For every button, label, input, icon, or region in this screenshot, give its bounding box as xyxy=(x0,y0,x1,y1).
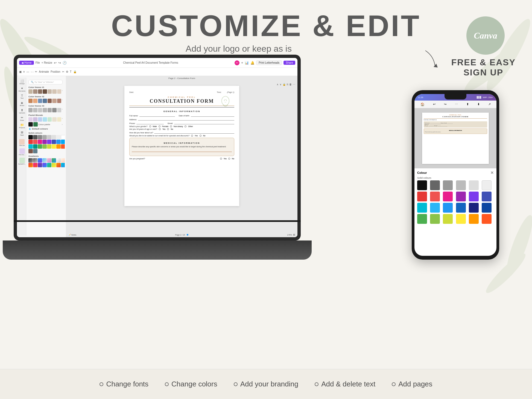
phone-swatch[interactable] xyxy=(443,192,453,201)
swatch[interactable] xyxy=(43,117,47,122)
phone-share-icon[interactable]: ↗ xyxy=(488,102,491,106)
sidebar-item-elements[interactable]: ✦ Elements xyxy=(19,87,25,92)
dash2-icon[interactable]: - - xyxy=(31,70,33,73)
swatch[interactable] xyxy=(28,117,33,122)
swatch[interactable] xyxy=(33,144,37,149)
swatch[interactable] xyxy=(42,135,47,139)
phone-swatch[interactable] xyxy=(482,214,492,224)
swatch[interactable] xyxy=(33,149,37,153)
user-avatar-badge[interactable]: ZC xyxy=(235,60,239,65)
swatch[interactable] xyxy=(43,99,47,103)
swatch[interactable] xyxy=(61,140,65,144)
swatch[interactable] xyxy=(47,144,51,149)
color-theme-expand-icon[interactable]: › xyxy=(62,89,63,94)
position-button[interactable]: Position xyxy=(51,70,60,73)
sidebar-item-design[interactable]: ⬜ Design xyxy=(19,79,25,84)
nonbinary-radio[interactable] xyxy=(170,125,172,127)
phone-swatch[interactable] xyxy=(430,203,440,213)
swatch[interactable] xyxy=(48,117,52,122)
email-yes-radio[interactable] xyxy=(191,135,193,137)
gradient-swatch[interactable] xyxy=(28,158,33,163)
crop-icon[interactable]: ✂ xyxy=(62,70,64,73)
dash-icon[interactable]: — xyxy=(27,70,29,73)
swatch[interactable] xyxy=(38,135,42,139)
swatch[interactable] xyxy=(52,117,56,122)
swatch[interactable] xyxy=(48,99,52,103)
swatch[interactable] xyxy=(52,99,56,103)
share-button[interactable]: Share xyxy=(283,61,295,65)
phone-panel-close-button[interactable]: ✕ xyxy=(490,171,494,175)
swatch[interactable] xyxy=(61,135,65,139)
phone-swatch[interactable] xyxy=(456,214,466,224)
sidebar-item-eyelash[interactable]: Eyelash E... xyxy=(18,158,26,165)
swatch[interactable] xyxy=(52,89,56,94)
gradient-swatch[interactable] xyxy=(47,163,51,167)
swatch[interactable] xyxy=(57,108,61,112)
phone-swatch[interactable] xyxy=(456,203,466,213)
sidebar-item-draw[interactable]: ✏ Draw xyxy=(20,116,24,121)
sidebar-item-text[interactable]: T Text xyxy=(21,94,24,99)
other-radio[interactable] xyxy=(185,125,186,127)
color-search-bar[interactable]: 🔍 Try "blue" or "#00c4cc" xyxy=(28,80,63,84)
swatch[interactable] xyxy=(33,122,38,127)
sidebar-item-fine-draw[interactable]: Fine Dra... xyxy=(19,148,25,156)
swatch[interactable] xyxy=(33,117,37,122)
chart-icon[interactable]: 📊 xyxy=(245,61,249,65)
swatch[interactable] xyxy=(28,99,33,103)
phone-swatch[interactable] xyxy=(469,203,479,213)
swatch[interactable] xyxy=(57,99,61,103)
sidebar-item-apps[interactable]: ⊞ Apps xyxy=(20,131,24,136)
swatch[interactable] xyxy=(47,135,51,139)
swatch[interactable] xyxy=(33,135,37,139)
gradient-swatch[interactable] xyxy=(61,158,65,163)
zoom-icon[interactable]: ⊞ xyxy=(293,233,295,236)
gradient-swatch[interactable] xyxy=(42,163,47,167)
gradient-swatch[interactable] xyxy=(42,158,47,163)
phone-swatch[interactable] xyxy=(482,192,492,201)
colour-palette-expand-icon[interactable]: › xyxy=(62,123,63,126)
more-icon[interactable]: ⋯ xyxy=(293,83,295,86)
gradient-swatch[interactable] xyxy=(28,163,33,167)
phone-download-icon[interactable]: ⬇ xyxy=(477,102,480,106)
phone-swatch[interactable] xyxy=(417,180,427,190)
phone-swatch[interactable] xyxy=(482,180,492,190)
swatch[interactable] xyxy=(33,108,37,112)
phone-swatch[interactable] xyxy=(443,214,453,224)
canva-resize-button[interactable]: + Resize xyxy=(42,61,52,64)
copy-icon[interactable]: ⎘ xyxy=(287,83,288,86)
swatch[interactable] xyxy=(56,135,61,139)
pregnant-no-radio[interactable] xyxy=(228,158,230,160)
color-theme-3-expand-icon[interactable]: › xyxy=(62,108,63,112)
phone-home-icon[interactable]: 🏠 xyxy=(420,102,425,106)
gradient-swatch[interactable] xyxy=(33,163,37,167)
redo-icon[interactable]: ↪ xyxy=(58,61,61,65)
gradient-swatch[interactable] xyxy=(38,163,42,167)
pregnant-yes-radio[interactable] xyxy=(220,158,222,160)
phone-swatch[interactable] xyxy=(443,180,453,190)
swatch[interactable] xyxy=(43,108,47,112)
phone-swatch[interactable] xyxy=(417,214,427,224)
swatch[interactable] xyxy=(38,144,42,149)
color-theme-2-expand-icon[interactable]: › xyxy=(62,99,63,103)
swatch[interactable] xyxy=(52,135,56,139)
swatch[interactable] xyxy=(38,99,42,103)
swatch[interactable] xyxy=(47,140,51,144)
trash-icon[interactable]: 🗑 xyxy=(289,83,292,86)
phone-undo-icon[interactable]: ↩ xyxy=(433,102,435,106)
gradient-swatch[interactable] xyxy=(38,158,42,163)
phone-swatch[interactable] xyxy=(482,203,492,213)
filter-icon[interactable]: ⚙ xyxy=(66,70,68,73)
pastel-expand-icon[interactable]: › xyxy=(62,117,63,122)
gradient-swatch[interactable] xyxy=(33,158,37,163)
swatch[interactable] xyxy=(42,144,47,149)
phone-swatch[interactable] xyxy=(469,192,479,201)
sidebar-item-brand[interactable]: ◈ Brand xyxy=(20,101,24,106)
swatch[interactable] xyxy=(38,108,42,112)
phone-redo-icon[interactable]: ↪ xyxy=(444,102,446,106)
phone-swatch[interactable] xyxy=(443,203,453,213)
swatch[interactable] xyxy=(52,144,56,149)
gradient-swatch[interactable] xyxy=(52,158,56,163)
swatch[interactable] xyxy=(43,89,47,94)
swatch[interactable] xyxy=(28,122,33,127)
align-icon[interactable]: ≡ xyxy=(23,70,25,73)
